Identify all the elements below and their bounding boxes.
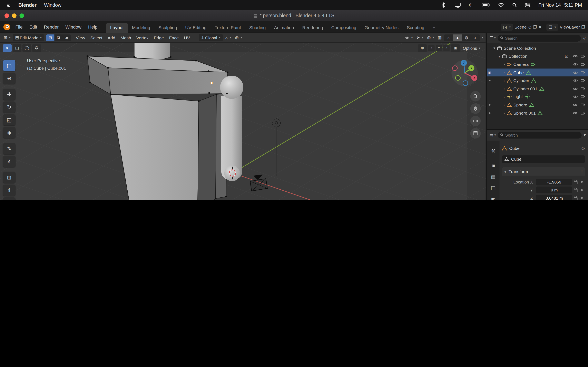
hide-in-viewport-icon[interactable] [573,86,578,91]
delete-scene-icon[interactable]: ✕ [538,25,542,29]
rotate-tool[interactable]: ↻ [3,101,16,113]
animate-dot[interactable] [581,197,582,199]
new-viewlayer-icon[interactable]: ❐ [581,25,585,29]
properties-options-caret[interactable]: ▾ [584,132,586,137]
lock-icon[interactable] [574,197,577,200]
pan-button[interactable] [470,103,481,114]
disable-in-renders-icon[interactable] [580,70,586,75]
properties-tab-tool[interactable]: ⚒ [488,146,499,155]
topbar-menu-file[interactable]: File [12,23,26,31]
cursor-tool[interactable]: ⊕ [3,73,16,84]
macos-menu-window[interactable]: Window [44,2,61,8]
workspace-tab-sculpting[interactable]: Sculpting [154,23,181,33]
select-lasso-tool-button[interactable]: ✪ [32,44,41,52]
viewlayer-name[interactable]: ViewLayer [560,25,580,29]
moon-icon[interactable]: ☾ [469,2,474,8]
add-cube-tool[interactable]: ⊞ [3,172,16,183]
outliner-row-sphere[interactable]: ›Sphere [487,101,588,109]
arm-cylinder-object[interactable] [220,76,243,181]
scene-browse-button[interactable]: ◳▾ [501,24,513,31]
measure-tool[interactable]: ∡ [3,156,16,167]
outliner-row-cylinder-001[interactable]: ›Cylinder.001 [487,85,588,93]
extrude-region-tool[interactable]: ⇑ [3,185,16,196]
perspective-toggle-button[interactable] [470,128,481,138]
expand-icon[interactable]: ▾ [492,46,497,50]
hide-in-viewport-icon[interactable] [573,102,578,108]
value-field[interactable]: 8.6481 m [536,194,572,200]
inset-faces-tool[interactable]: ▣ [3,197,16,200]
disable-in-renders-icon[interactable] [580,54,586,59]
properties-tab-render[interactable]: ◙ [488,161,499,170]
snap-target-icon[interactable]: ⊕ [418,44,427,52]
snap-toggle[interactable]: ∩▾ [224,35,233,41]
value-field[interactable]: -1.9859 [536,178,572,185]
expand-icon[interactable]: › [502,87,507,91]
pin-icon[interactable]: ⊙ [581,146,585,151]
gizmos-dropdown[interactable]: ➤▾ [415,34,425,41]
select-box-tool-button[interactable]: ▢ [13,44,21,52]
viewport-menu-face[interactable]: Face [166,34,181,41]
hide-in-viewport-icon[interactable] [573,94,578,100]
apple-menu-icon[interactable] [6,2,11,8]
mirror-z-button[interactable]: Z [443,45,450,51]
animate-dot[interactable] [581,181,582,183]
navigation-gizmo[interactable]: Z Y X [451,59,479,87]
expand-icon[interactable]: › [502,111,507,115]
expand-icon[interactable]: ▾ [497,54,502,58]
outliner-row-sphere-001[interactable]: ›Sphere.001 [487,109,588,117]
properties-search-input[interactable] [498,132,582,139]
workspace-tab-layout[interactable]: Layout [106,23,128,33]
workspace-tab-modeling[interactable]: Modeling [128,23,154,33]
search-icon[interactable] [512,2,517,8]
outliner-row-camera[interactable]: ›Camera [487,60,588,68]
viewport-menu-uv[interactable]: UV [181,34,192,41]
proportional-editing-toggle[interactable]: ◎▾ [233,34,243,41]
properties-editor-type-button[interactable]: ▤▾ [489,132,496,137]
show-object-types-dropdown[interactable]: ▾ [403,34,414,41]
topbar-menu-window[interactable]: Window [62,23,85,31]
outliner-row-scene-collection[interactable]: ▾Scene Collection [487,44,588,52]
lock-icon[interactable] [574,189,577,192]
workspace-tab-rendering[interactable]: Rendering [298,23,327,33]
viewport-menu-edge[interactable]: Edge [151,34,166,41]
outliner-row-light[interactable]: ›Light [487,93,588,101]
transform-tool[interactable]: ◈ [3,127,16,138]
hide-in-viewport-icon[interactable] [573,70,578,75]
blender-logo-icon[interactable] [3,23,11,31]
move-tool[interactable]: ✚ [3,89,16,100]
viewport-menu-mesh[interactable]: Mesh [118,34,134,41]
workspace-tab-animation[interactable]: Animation [270,23,298,33]
viewport-menu-add[interactable]: Add [105,34,118,41]
expand-icon[interactable]: › [502,70,507,75]
selected-vertex[interactable] [211,82,213,84]
outliner-search-input[interactable] [498,35,581,42]
properties-tab-view-layer[interactable]: ❏ [488,183,499,193]
light-object[interactable] [272,119,280,176]
outliner-filter-icon[interactable]: ▽ [582,35,586,40]
select-box-tool[interactable]: ▢ [3,60,16,71]
hide-in-viewport-icon[interactable] [573,62,578,67]
material-shading-button[interactable]: ◍ [462,34,471,41]
display-icon[interactable] [454,2,461,8]
zoom-button[interactable] [470,91,481,101]
workspace-tab-shading[interactable]: Shading [245,23,270,33]
disable-in-renders-icon[interactable] [580,78,586,83]
wireframe-shading-button[interactable]: ○ [444,34,453,41]
menubar-app-name[interactable]: Blender [18,2,36,8]
transform-orientation-dropdown[interactable]: ⊥Global▾ [199,34,223,41]
panel-grip-icon[interactable]: ⣿ [580,170,582,173]
rendered-shading-button[interactable]: ◐ [471,34,480,41]
editor-type-button[interactable]: ⊞▾ [2,34,12,41]
hide-in-viewport-icon[interactable] [573,78,578,83]
topbar-menu-edit[interactable]: Edit [26,23,40,31]
options-dropdown[interactable]: Options▾ [461,45,482,51]
overlays-dropdown[interactable]: ◍▾ [426,34,436,41]
disable-in-renders-icon[interactable] [580,110,586,116]
solid-shading-button[interactable]: ● [453,34,462,41]
workspace-tab-uv-editing[interactable]: UV Editing [181,23,211,33]
face-select-button[interactable]: ▰ [63,34,71,41]
expand-icon[interactable]: › [502,95,507,99]
lock-icon[interactable] [574,181,577,184]
viewport-menu-vertex[interactable]: Vertex [134,34,151,41]
collection-checkbox[interactable]: ☑ [565,54,568,59]
